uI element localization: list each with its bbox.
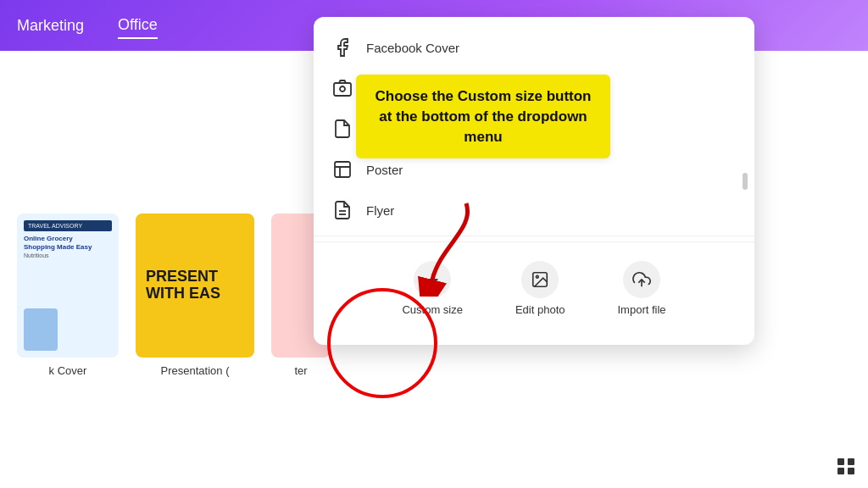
grid-dot xyxy=(837,458,844,465)
menu-item-poster-label: Poster xyxy=(366,163,403,177)
svg-point-1 xyxy=(340,86,345,92)
svg-rect-2 xyxy=(335,162,350,177)
grid-apps-icon[interactable] xyxy=(837,458,854,474)
template-card-presentation[interactable]: PRESENTWITH EAS xyxy=(136,214,254,358)
import-file-button[interactable]: Import file xyxy=(604,254,680,323)
bottom-actions: Custom size Edit photo Import file xyxy=(314,241,754,335)
menu-item-flyer[interactable]: Flyer xyxy=(314,190,754,230)
edit-photo-button[interactable]: Edit photo xyxy=(502,254,579,323)
flyer-icon xyxy=(331,198,354,222)
grid-dot xyxy=(848,458,854,465)
nav-item-office[interactable]: Office xyxy=(118,13,158,39)
menu-divider xyxy=(314,236,754,236)
edit-photo-icon xyxy=(531,270,549,289)
edit-photo-icon-container xyxy=(521,261,559,298)
card-tag: TRAVEL ADVISORY xyxy=(24,220,112,231)
menu-item-facebook-label: Facebook Cover xyxy=(366,41,459,55)
camera-icon xyxy=(331,76,354,100)
dropdown-menu: Facebook Cover Poster Flyer xyxy=(314,17,754,345)
card-label-presentation: Presentation ( xyxy=(161,364,230,377)
edit-photo-label: Edit photo xyxy=(515,303,565,316)
card-headline: PRESENTWITH EAS xyxy=(146,269,220,302)
card-title: Online GroceryShopping Made EasyNutritio… xyxy=(24,235,112,261)
svg-rect-0 xyxy=(334,83,351,96)
svg-point-8 xyxy=(537,275,539,278)
callout-box: Choose the Custom size button at the bot… xyxy=(356,75,610,158)
document-icon xyxy=(331,117,354,141)
nav-item-marketing[interactable]: Marketing xyxy=(17,14,84,38)
red-arrow xyxy=(415,195,500,297)
import-file-label: Import file xyxy=(618,303,666,316)
card-label-right: ter xyxy=(294,364,307,377)
import-file-icon-container xyxy=(623,261,660,298)
grid-dot xyxy=(837,468,844,474)
scroll-indicator xyxy=(743,173,748,190)
grid-dot xyxy=(848,468,854,474)
menu-item-flyer-label: Flyer xyxy=(366,203,394,218)
custom-size-label: Custom size xyxy=(402,303,463,316)
poster-icon xyxy=(331,158,354,181)
callout-text: Choose the Custom size button at the bot… xyxy=(376,88,592,145)
card-label-cover: k Cover xyxy=(49,364,87,377)
facebook-icon xyxy=(331,36,354,59)
menu-item-facebook-cover[interactable]: Facebook Cover xyxy=(314,27,754,68)
import-icon xyxy=(632,270,651,289)
